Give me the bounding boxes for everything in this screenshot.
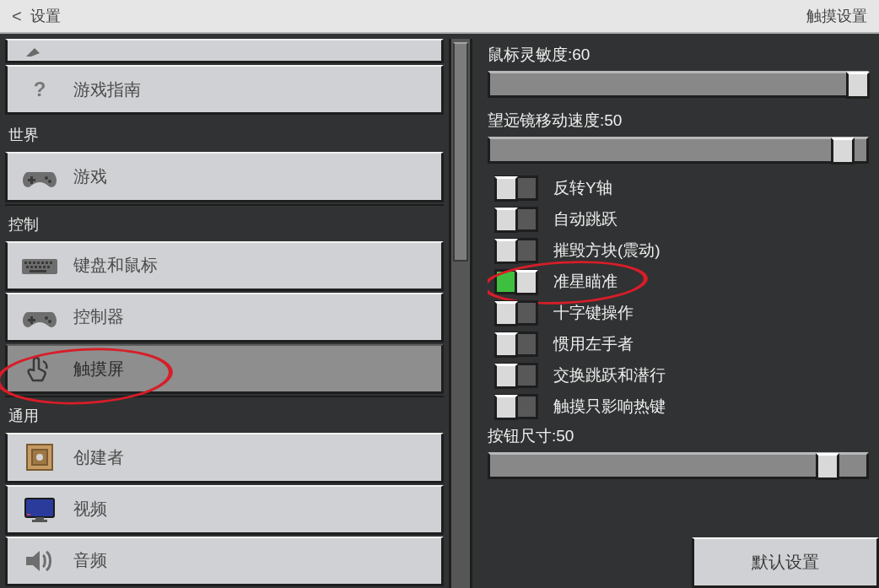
svg-rect-8 (33, 262, 35, 264)
title-bar: < 设置 触摸设置 (0, 0, 879, 34)
toggle-row-swap-jump-sneak: 交换跳跃和潜行 (494, 363, 879, 388)
toggle-row-invert-y: 反转Y轴 (494, 175, 879, 201)
slider-handle[interactable] (831, 138, 855, 165)
sidebar-item-video[interactable]: 视频 (5, 485, 444, 535)
monitor-icon (21, 497, 58, 522)
sidebar-item-unknown[interactable] (5, 39, 444, 63)
slider-label-spyglass-speed: 望远镜移动速度:50 (488, 110, 879, 132)
sidebar-item-label: 创建者 (73, 446, 124, 469)
slider-spyglass-speed[interactable] (488, 137, 869, 164)
sidebar-item-label: 键盘和鼠标 (73, 254, 158, 277)
svg-point-4 (48, 180, 51, 183)
toggle-touch-hotkey[interactable] (494, 394, 538, 419)
sidebar-item-keyboard-mouse[interactable]: 键盘和鼠标 (5, 241, 444, 291)
sidebar-item-label: 控制器 (73, 305, 124, 328)
toggle-crosshair-aim[interactable] (494, 269, 538, 294)
sidebar-item-label: 视频 (73, 498, 107, 521)
toggle-swap-jump-sneak[interactable] (494, 363, 538, 388)
toggle-left-handed[interactable] (494, 332, 538, 357)
sidebar-item-audio[interactable]: 音频 (5, 537, 444, 586)
svg-rect-6 (24, 262, 27, 264)
panel-title: 触摸设置 (806, 6, 867, 26)
svg-rect-10 (41, 262, 44, 264)
toggle-row-auto-jump: 自动跳跃 (494, 207, 879, 232)
toggle-dpad[interactable] (494, 300, 538, 326)
touch-icon (21, 354, 58, 383)
svg-marker-31 (26, 551, 40, 571)
toggle-label: 反转Y轴 (553, 177, 612, 199)
slider-handle[interactable] (846, 72, 870, 99)
toggle-row-crosshair-aim: 准星瞄准 (494, 269, 879, 294)
toggle-label: 十字键操作 (553, 302, 634, 324)
svg-point-3 (45, 176, 48, 180)
sidebar-section-world: 世界 (5, 116, 444, 152)
svg-rect-30 (27, 514, 30, 515)
sidebar-item-label: 游戏指南 (73, 78, 141, 101)
sidebar-item-label: 音频 (73, 549, 107, 572)
slider-mouse-sensitivity[interactable] (488, 71, 869, 98)
svg-point-22 (45, 316, 48, 320)
sidebar-section-general: 通用 (5, 396, 444, 433)
svg-point-26 (36, 454, 43, 461)
sidebar-scrollbar[interactable] (449, 39, 472, 588)
toggle-label: 摧毁方块(震动) (553, 240, 661, 262)
toggle-label: 触摸只影响热键 (553, 396, 666, 418)
svg-rect-19 (30, 270, 46, 272)
svg-marker-0 (26, 48, 40, 57)
settings-panel: 鼠标灵敏度:60 望远镜移动速度:50 反转Y轴 自动跳跃 摧毁方块(震动) (472, 39, 879, 588)
sidebar-item-touchscreen[interactable]: 触摸屏 (5, 344, 444, 394)
svg-rect-11 (46, 262, 48, 264)
speaker-icon (21, 548, 58, 574)
command-block-icon (21, 443, 58, 472)
gamepad-icon (21, 165, 58, 189)
default-settings-button[interactable]: 默认设置 (692, 537, 879, 588)
keyboard-icon (21, 256, 58, 276)
button-label: 默认设置 (752, 551, 819, 574)
svg-rect-21 (28, 319, 35, 321)
svg-rect-29 (32, 520, 47, 522)
svg-rect-12 (50, 262, 52, 264)
sidebar-item-controller[interactable]: 控制器 (5, 293, 444, 343)
slider-handle[interactable] (816, 453, 839, 480)
toggle-destroy-vibrate[interactable] (494, 238, 538, 263)
sidebar-item-game[interactable]: 游戏 (5, 152, 444, 202)
toggle-label: 自动跳跃 (553, 208, 617, 230)
sidebar-item-label: 游戏 (73, 165, 107, 188)
gamepad-icon (21, 305, 58, 329)
svg-rect-17 (43, 266, 46, 268)
sidebar-item-guide[interactable]: ? 游戏指南 (5, 65, 444, 115)
svg-rect-9 (37, 262, 40, 264)
sidebar-section-control: 控制 (5, 204, 444, 241)
toggle-label: 惯用左手者 (553, 333, 634, 355)
page-title: 设置 (30, 6, 61, 26)
toggle-row-destroy-vibrate: 摧毁方块(震动) (494, 238, 879, 263)
svg-rect-18 (47, 266, 50, 268)
sidebar-item-label: 触摸屏 (73, 358, 124, 380)
svg-rect-14 (30, 266, 33, 268)
svg-rect-13 (26, 266, 29, 268)
toggle-invert-y[interactable] (494, 175, 538, 201)
question-icon: ? (21, 78, 58, 101)
pencil-icon (21, 43, 58, 58)
toggle-auto-jump[interactable] (494, 207, 538, 232)
slider-label-button-size: 按钮尺寸:50 (488, 425, 879, 447)
svg-rect-2 (28, 179, 35, 181)
toggle-row-dpad: 十字键操作 (494, 300, 879, 326)
toggle-label: 交换跳跃和潜行 (553, 364, 666, 386)
sidebar: ? 游戏指南 世界 游戏 控制 键盘和鼠标 控制器 (0, 39, 449, 588)
toggle-label: 准星瞄准 (553, 271, 617, 293)
scrollbar-thumb[interactable] (453, 42, 468, 262)
sidebar-item-creator[interactable]: 创建者 (5, 433, 444, 483)
slider-button-size[interactable] (488, 452, 869, 479)
svg-rect-7 (29, 262, 31, 264)
svg-point-23 (48, 320, 51, 323)
slider-label-mouse-sensitivity: 鼠标灵敏度:60 (488, 44, 879, 66)
back-button[interactable]: < (12, 7, 22, 26)
svg-rect-16 (39, 266, 41, 268)
toggle-row-left-handed: 惯用左手者 (494, 332, 879, 357)
svg-rect-15 (35, 266, 37, 268)
toggle-row-touch-hotkey: 触摸只影响热键 (494, 394, 879, 419)
